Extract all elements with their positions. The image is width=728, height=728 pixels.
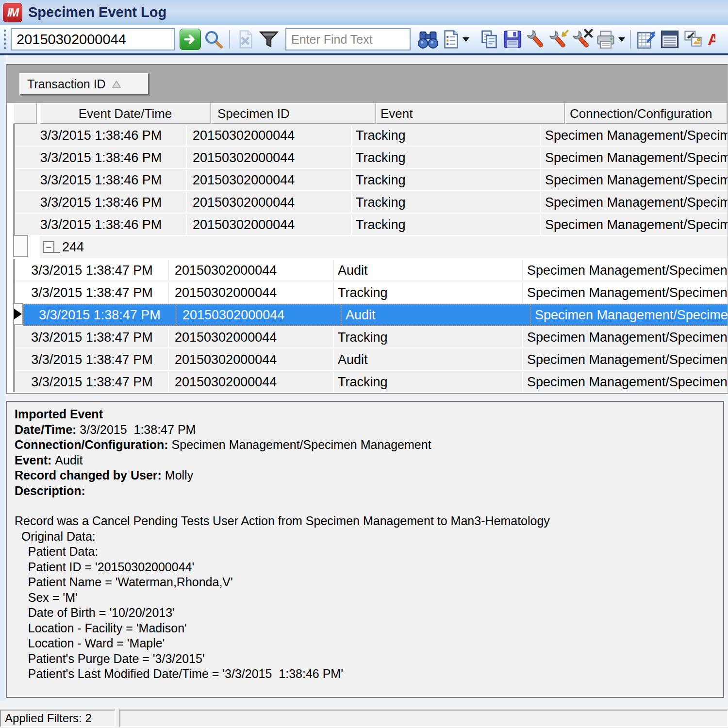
main-area: Transaction ID Event Date/Time Specimen …: [0, 55, 728, 698]
cell-connection[interactable]: Specimen Management/Specimen Management: [531, 305, 728, 325]
cell-specimen-id[interactable]: 20150302000044: [169, 349, 334, 370]
export-image-button[interactable]: [681, 27, 705, 51]
cell-event-datetime[interactable]: 3/3/2015 1:38:47 PM: [16, 282, 169, 303]
cell-event-datetime[interactable]: 3/3/2015 1:38:46 PM: [16, 170, 187, 190]
cell-specimen-id[interactable]: 20150302000044: [169, 327, 334, 347]
grid-row[interactable]: 3/3/2015 1:38:46 PM20150302000044Trackin…: [7, 124, 728, 147]
delete-config-button[interactable]: [571, 27, 594, 51]
active-row-arrow-icon: [14, 309, 22, 319]
row-selector[interactable]: [13, 303, 23, 325]
grid-row[interactable]: 3/3/2015 1:38:47 PM20150302000044Trackin…: [7, 371, 728, 393]
grid-row[interactable]: 3/3/2015 1:38:46 PM20150302000044Trackin…: [7, 169, 728, 191]
grid-row[interactable]: 3/3/2015 1:38:47 PM20150302000044Trackin…: [7, 281, 728, 304]
description-line: Patient's Purge Date = '3/3/2015': [15, 651, 723, 667]
cell-connection[interactable]: Specimen Management/Specimen Management: [541, 215, 728, 235]
detail-fields: Date/Time: 3/3/2015 1:38:47 PMConnection…: [15, 422, 723, 499]
cell-specimen-id[interactable]: 20150302000044: [169, 372, 334, 392]
grid-row[interactable]: 3/3/2015 1:38:46 PM20150302000044Trackin…: [7, 191, 728, 214]
grid-row[interactable]: 3/3/2015 1:38:47 PM20150302000044AuditSp…: [7, 304, 728, 326]
header-corner-cell: [13, 103, 37, 124]
cell-connection[interactable]: Specimen Management/Specimen Management: [541, 125, 728, 146]
cell-connection[interactable]: Specimen Management/Specimen Management: [541, 170, 728, 190]
cell-event[interactable]: Tracking: [334, 327, 523, 347]
cell-event[interactable]: Audit: [342, 305, 531, 325]
cell-event[interactable]: Tracking: [352, 192, 541, 213]
find-text-input[interactable]: [285, 28, 411, 50]
cell-event-datetime[interactable]: 3/3/2015 1:38:47 PM: [16, 349, 169, 370]
toolbar-separator: [630, 30, 631, 49]
cell-event-datetime[interactable]: 3/3/2015 1:38:46 PM: [16, 192, 187, 213]
column-header-event-datetime[interactable]: Event Date/Time: [40, 103, 211, 124]
cell-connection[interactable]: Specimen Management/Specimen Management: [541, 192, 728, 213]
toolbar-grip-handle[interactable]: [3, 30, 7, 49]
applied-filters-text: Applied Filters: 2: [5, 711, 92, 725]
cell-event[interactable]: Tracking: [334, 282, 523, 303]
report-view-icon: [659, 28, 680, 50]
cell-event-datetime[interactable]: 3/3/2015 1:38:46 PM: [16, 148, 187, 168]
save-button[interactable]: [501, 27, 524, 51]
collapse-group-button[interactable]: −: [43, 241, 54, 253]
cell-specimen-id[interactable]: 20150302000044: [187, 192, 352, 213]
cell-connection[interactable]: Specimen Management/Specimen Management: [523, 282, 728, 303]
import-config-button[interactable]: [547, 27, 571, 51]
export-data-button[interactable]: [635, 27, 658, 51]
cell-event[interactable]: Audit: [334, 260, 523, 281]
group-row[interactable]: − 244: [7, 236, 728, 259]
column-header-connection[interactable]: Connection/Configuration: [565, 103, 728, 124]
view-options-button[interactable]: [440, 27, 471, 51]
cell-event-datetime[interactable]: 3/3/2015 1:38:47 PM: [16, 327, 169, 347]
grid-row[interactable]: 3/3/2015 1:38:47 PM20150302000044AuditSp…: [7, 348, 728, 371]
description-line: Sex = 'M': [15, 590, 723, 606]
detail-field: Record changed by User: Molly: [15, 468, 723, 483]
cell-connection[interactable]: Specimen Management/Specimen Management: [523, 349, 728, 370]
grid-row[interactable]: 3/3/2015 1:38:46 PM20150302000044Trackin…: [7, 147, 728, 169]
cell-specimen-id[interactable]: 20150302000044: [187, 125, 352, 146]
configure-wrench-icon: [525, 29, 546, 50]
toolbar: A: [0, 25, 728, 55]
description-line: Location - Ward = 'Maple': [15, 636, 723, 651]
clear-find-button[interactable]: [234, 27, 257, 51]
cell-specimen-id[interactable]: 20150302000044: [177, 305, 342, 325]
report-view-button[interactable]: [658, 27, 681, 51]
cell-event-datetime[interactable]: 3/3/2015 1:38:46 PM: [16, 125, 187, 146]
grid-row[interactable]: 3/3/2015 1:38:47 PM20150302000044Trackin…: [7, 326, 728, 348]
cell-specimen-id[interactable]: 20150302000044: [187, 215, 352, 235]
cell-event-datetime[interactable]: 3/3/2015 1:38:46 PM: [16, 215, 187, 235]
cell-connection[interactable]: Specimen Management/Specimen Management: [523, 260, 728, 281]
cell-event[interactable]: Audit: [334, 349, 523, 370]
cell-connection[interactable]: Specimen Management/Specimen Management: [541, 148, 728, 168]
group-by-chip-transaction-id[interactable]: Transaction ID: [19, 73, 149, 95]
transaction-id-input[interactable]: [11, 28, 175, 50]
grid-row[interactable]: 3/3/2015 1:38:46 PM20150302000044Trackin…: [7, 214, 728, 236]
window-title: Specimen Event Log: [28, 4, 166, 20]
cell-event-datetime[interactable]: 3/3/2015 1:38:47 PM: [24, 305, 177, 325]
column-header-specimen-id[interactable]: Specimen ID: [211, 103, 376, 124]
filter-button[interactable]: [257, 27, 281, 51]
grid-header-row: Event Date/Time Specimen ID Event Connec…: [7, 103, 728, 124]
grid-row[interactable]: 3/3/2015 1:38:47 PM20150302000044AuditSp…: [7, 259, 728, 281]
font-color-button[interactable]: A: [708, 30, 715, 49]
copy-button[interactable]: [478, 27, 501, 51]
find-button[interactable]: [416, 27, 440, 51]
cell-event-datetime[interactable]: 3/3/2015 1:38:47 PM: [16, 260, 169, 281]
print-button[interactable]: [594, 27, 626, 51]
cell-specimen-id[interactable]: 20150302000044: [169, 260, 334, 281]
cell-specimen-id[interactable]: 20150302000044: [187, 148, 352, 168]
cell-event[interactable]: Tracking: [352, 215, 541, 235]
row-selector[interactable]: [13, 235, 28, 257]
search-button[interactable]: [202, 27, 225, 51]
configure-button[interactable]: [524, 27, 547, 51]
cell-event[interactable]: Tracking: [352, 148, 541, 168]
event-detail-panel: Imported Event Date/Time: 3/3/2015 1:38:…: [6, 401, 724, 698]
cell-connection[interactable]: Specimen Management/Specimen Management: [523, 327, 728, 347]
go-button[interactable]: [179, 27, 202, 51]
cell-connection[interactable]: Specimen Management/Specimen Management: [523, 372, 728, 392]
cell-specimen-id[interactable]: 20150302000044: [169, 282, 334, 303]
cell-event[interactable]: Tracking: [334, 372, 523, 392]
column-header-event[interactable]: Event: [376, 103, 565, 124]
cell-event[interactable]: Tracking: [352, 170, 541, 190]
cell-specimen-id[interactable]: 20150302000044: [187, 170, 352, 190]
cell-event[interactable]: Tracking: [352, 125, 541, 146]
view-options-icon: [441, 30, 461, 49]
cell-event-datetime[interactable]: 3/3/2015 1:38:47 PM: [16, 372, 169, 392]
